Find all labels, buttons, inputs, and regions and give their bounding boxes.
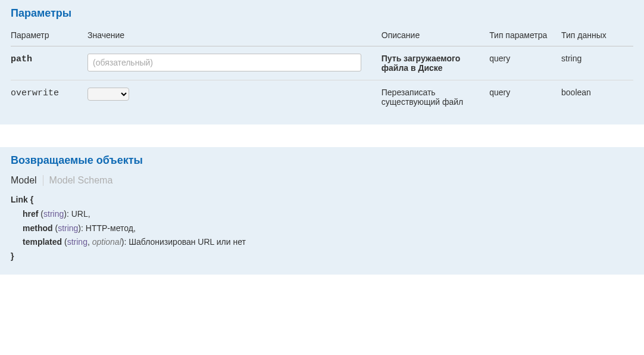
parameters-header-row: Параметр Значение Описание Тип параметра… [11, 26, 633, 46]
param-dtype: string [561, 46, 633, 80]
parameters-title: Параметры [11, 7, 633, 20]
model-prop: href (string): URL, [11, 207, 633, 222]
prop-name: templated [23, 237, 62, 247]
param-ptype: query [489, 80, 561, 114]
model-tabs: ModelModel Schema [11, 175, 633, 186]
param-name: overwrite [11, 88, 59, 98]
param-ptype: query [489, 46, 561, 80]
param-name: path [11, 54, 32, 64]
header-dtype: Тип данных [561, 26, 633, 46]
header-value: Значение [87, 26, 382, 46]
parameters-panel: Параметры Параметр Значение Описание Тип… [0, 0, 644, 124]
prop-type: string [67, 237, 87, 247]
prop-name: href [23, 209, 38, 219]
prop-desc: Шаблонизирован URL или нет [129, 237, 246, 247]
prop-optional: optional [92, 237, 121, 247]
prop-type: string [58, 223, 78, 233]
param-row-overwrite: overwrite Перезаписать существующий файл… [11, 80, 633, 114]
model-definition: Link { href (string): URL, method (strin… [11, 193, 633, 264]
responses-panel: Возвращаемые объекты ModelModel Schema L… [0, 147, 644, 275]
prop-desc: URL [71, 209, 88, 219]
model-prop: method (string): HTTP-метод, [11, 222, 633, 236]
model-name: Link [11, 195, 28, 204]
parameters-table: Параметр Значение Описание Тип параметра… [11, 26, 633, 114]
tab-model[interactable]: Model [11, 175, 43, 186]
header-ptype: Тип параметра [489, 26, 561, 46]
prop-desc: HTTP-метод [86, 223, 133, 233]
param-desc: Путь загружаемого файла в Диске [382, 54, 461, 73]
tab-model-schema[interactable]: Model Schema [43, 175, 119, 186]
model-prop: templated (string, optional): Шаблонизир… [11, 235, 633, 250]
header-param: Параметр [11, 26, 87, 46]
param-overwrite-select[interactable] [87, 88, 129, 101]
panel-gap [0, 124, 644, 147]
prop-type: string [43, 209, 64, 219]
responses-title: Возвращаемые объекты [11, 154, 633, 167]
param-row-path: path Путь загружаемого файла в Диске que… [11, 46, 633, 80]
param-dtype: boolean [561, 80, 633, 114]
header-desc: Описание [382, 26, 489, 46]
param-path-input[interactable] [87, 54, 361, 71]
param-desc: Перезаписать существующий файл [382, 80, 489, 114]
prop-name: method [23, 223, 53, 233]
